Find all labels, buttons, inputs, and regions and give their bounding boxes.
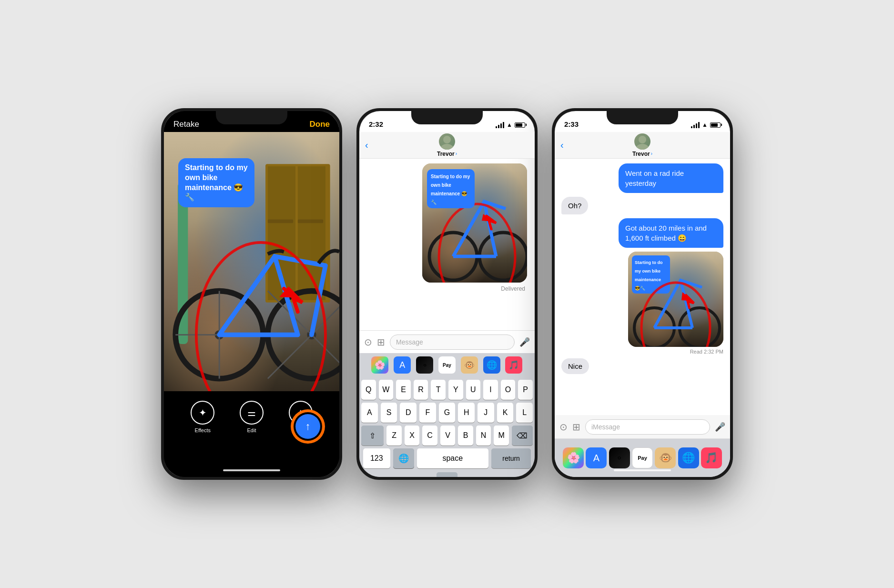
- back-button[interactable]: ‹: [365, 140, 368, 151]
- svg-point-16: [443, 136, 451, 143]
- keyboard[interactable]: Q W E R T Y U I O P A S D: [359, 377, 535, 477]
- phone3-app-row: 🌸 A ⚬ Pay 🐵 🌐 🎵: [555, 439, 730, 477]
- app-icon-row: 🌸 A ⚬ Pay 🐵 🌐 🎵: [359, 353, 535, 377]
- notch: [411, 111, 483, 124]
- contact-chevron-p3: ›: [651, 151, 652, 156]
- sent-message-2[interactable]: Got about 20 miles in and 1,600 ft climb…: [619, 218, 723, 248]
- key-q[interactable]: Q: [361, 380, 376, 400]
- appstore-icon[interactable]: A: [394, 356, 411, 374]
- image-message-container[interactable]: Starting to do my own bike maintenance 😎…: [628, 252, 723, 347]
- key-x[interactable]: X: [405, 426, 420, 446]
- key-z[interactable]: Z: [386, 426, 402, 446]
- key-j[interactable]: J: [477, 403, 494, 423]
- keyboard-row-1: Q W E R T Y U I O P: [359, 377, 535, 400]
- messages-area: Starting to do my own bike maintenance 😎…: [359, 159, 535, 334]
- key-a[interactable]: A: [361, 403, 378, 423]
- camera-toolbar: ✦ Effects ⚌ Edit △: [164, 391, 339, 477]
- notch: [607, 111, 678, 124]
- key-globe[interactable]: 🌐: [393, 448, 414, 468]
- music-icon-p3[interactable]: 🎵: [701, 447, 722, 468]
- send-button[interactable]: ↑: [291, 409, 325, 444]
- key-y[interactable]: Y: [448, 380, 463, 400]
- animoji-icon[interactable]: ⚬: [416, 356, 433, 374]
- monkey-icon[interactable]: 🐵: [461, 356, 478, 374]
- wifi-icon: ▲: [507, 122, 512, 128]
- applepay-icon[interactable]: Pay: [438, 356, 456, 374]
- key-n[interactable]: N: [476, 426, 491, 446]
- phones-container: Retake Done Starting to do my own bike m…: [161, 108, 733, 480]
- apps-input-icon[interactable]: ⊞: [377, 336, 385, 348]
- key-t[interactable]: T: [431, 380, 446, 400]
- key-shift[interactable]: ⇧: [361, 426, 384, 446]
- svg-marker-27: [681, 292, 693, 301]
- mic-input-icon[interactable]: 🎤: [519, 337, 530, 347]
- status-icons: ▲: [496, 122, 525, 128]
- monkey-icon-p3[interactable]: 🐵: [655, 447, 676, 468]
- key-d[interactable]: D: [400, 403, 417, 423]
- key-e[interactable]: E: [396, 380, 411, 400]
- key-123[interactable]: 123: [363, 448, 390, 468]
- svg-point-23: [636, 144, 649, 150]
- key-s[interactable]: S: [381, 403, 397, 423]
- contact-info-p3[interactable]: Trevor ›: [632, 133, 652, 157]
- key-v[interactable]: V: [440, 426, 456, 446]
- key-p[interactable]: P: [518, 380, 533, 400]
- key-o[interactable]: O: [501, 380, 516, 400]
- key-m[interactable]: M: [494, 426, 509, 446]
- edit-button[interactable]: ⚌ Edit: [240, 401, 264, 433]
- photos-app-icon[interactable]: 🌸: [371, 356, 388, 374]
- battery-icon: [515, 122, 525, 128]
- photos-icon-p3[interactable]: 🌸: [563, 447, 584, 468]
- earth-icon[interactable]: 🌐: [483, 356, 500, 374]
- key-delete[interactable]: ⌫: [512, 426, 533, 446]
- animoji-icon-p3[interactable]: ⚬: [609, 447, 630, 468]
- key-return[interactable]: return: [491, 448, 531, 468]
- key-l[interactable]: L: [516, 403, 533, 423]
- status-time: 2:32: [369, 120, 383, 128]
- contact-info[interactable]: Trevor ›: [437, 133, 457, 157]
- delivered-status: Delivered: [367, 285, 525, 292]
- notch: [216, 111, 287, 124]
- sent-image-p3: Starting to do my own bike maintenance 😎…: [628, 252, 723, 347]
- wifi-icon-p3: ▲: [702, 122, 708, 128]
- retake-button[interactable]: Retake: [173, 120, 199, 129]
- key-g[interactable]: G: [439, 403, 456, 423]
- key-mic-bottom[interactable]: 🎤: [437, 472, 457, 477]
- phone3-input-section: ⊙ ⊞ iMessage 🎤 🌸 A ⚬ Pay 🐵 🌐: [555, 415, 730, 477]
- sent-image-message[interactable]: Starting to do my own bike maintenance 😎…: [367, 163, 527, 283]
- contact-avatar-p3: [634, 133, 650, 150]
- status-icons-p3: ▲: [691, 122, 721, 128]
- camera-input-icon[interactable]: ⊙: [364, 336, 372, 348]
- key-f[interactable]: F: [419, 403, 436, 423]
- done-button[interactable]: Done: [310, 120, 330, 129]
- key-i[interactable]: I: [483, 380, 498, 400]
- imessage-input[interactable]: iMessage: [585, 419, 710, 435]
- keyboard-row-3: ⇧ Z X C V B N M ⌫: [359, 423, 535, 446]
- key-k[interactable]: K: [497, 403, 514, 423]
- earth-icon-p3[interactable]: 🌐: [678, 447, 699, 468]
- music-icon[interactable]: 🎵: [505, 356, 522, 374]
- phone-messages-sending: 2:32 ▲: [356, 108, 538, 480]
- phone-messages-conversation: 2:33 ▲: [552, 108, 733, 480]
- home-indicator: [223, 469, 280, 471]
- keyboard-row-2: A S D F G H J K L: [359, 400, 535, 423]
- status-time-p3: 2:33: [564, 120, 579, 128]
- effects-button[interactable]: ✦ Effects: [191, 401, 214, 433]
- key-c[interactable]: C: [422, 426, 437, 446]
- key-w[interactable]: W: [379, 380, 394, 400]
- sent-message-1[interactable]: Went on a rad ride yesterday: [619, 163, 723, 193]
- edit-label: Edit: [247, 427, 256, 433]
- message-input[interactable]: Message: [390, 335, 515, 350]
- camera-icon-p3[interactable]: ⊙: [559, 421, 568, 433]
- mic-icon-p3[interactable]: 🎤: [715, 422, 725, 432]
- key-space[interactable]: space: [417, 448, 489, 468]
- key-u[interactable]: U: [466, 380, 481, 400]
- message-input-bar: ⊙ ⊞ Message 🎤: [359, 330, 535, 353]
- apps-icon-p3[interactable]: ⊞: [572, 421, 580, 433]
- key-h[interactable]: H: [458, 403, 475, 423]
- key-r[interactable]: R: [414, 380, 428, 400]
- back-button-p3[interactable]: ‹: [560, 140, 564, 151]
- key-b[interactable]: B: [458, 426, 473, 446]
- appstore-icon-p3[interactable]: A: [586, 447, 607, 468]
- applepay-icon-p3[interactable]: Pay: [632, 447, 653, 468]
